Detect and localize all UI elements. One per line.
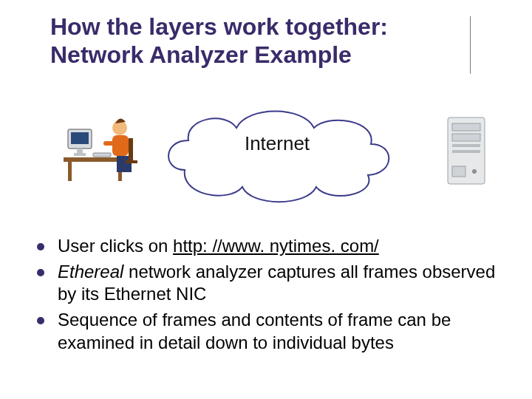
- svg-rect-5: [77, 149, 83, 153]
- svg-rect-17: [452, 134, 480, 141]
- user-at-computer-icon: [59, 107, 140, 188]
- list-item: Sequence of frames and contents of frame…: [33, 309, 505, 354]
- bullet-list: User clicks on http: //www. nytimes. com…: [33, 235, 505, 358]
- svg-rect-1: [68, 162, 72, 181]
- svg-rect-9: [112, 135, 129, 156]
- svg-rect-18: [452, 144, 480, 147]
- title-line-2: Network Analyzer Example: [50, 41, 352, 68]
- bullet-2-text: network analyzer captures all frames obs…: [58, 262, 495, 304]
- list-item: Ethereal network analyzer captures all f…: [33, 261, 505, 306]
- internet-cloud: Internet: [155, 100, 399, 211]
- bullet-3-text: Sequence of frames and contents of frame…: [58, 310, 451, 352]
- svg-rect-4: [71, 132, 89, 144]
- title-line-1: How the layers work together:: [50, 13, 388, 40]
- bullet-2-emphasis: Ethereal: [58, 262, 123, 282]
- url-link[interactable]: http: //www. nytimes. com/: [173, 236, 379, 256]
- page-title: How the layers work together: Network An…: [50, 13, 464, 69]
- svg-rect-10: [103, 141, 117, 146]
- svg-rect-19: [452, 150, 480, 153]
- slide: How the layers work together: Network An…: [0, 0, 532, 399]
- svg-rect-20: [452, 166, 466, 177]
- svg-point-21: [472, 169, 477, 174]
- svg-rect-16: [452, 123, 480, 131]
- network-diagram: Internet: [59, 100, 473, 211]
- svg-rect-14: [126, 160, 137, 163]
- svg-rect-7: [93, 153, 111, 157]
- svg-rect-6: [74, 153, 86, 156]
- svg-rect-11: [117, 156, 124, 172]
- svg-rect-13: [129, 138, 133, 160]
- bullet-1-text: User clicks on: [58, 236, 173, 256]
- server-tower-icon: [445, 115, 488, 187]
- cloud-label: Internet: [155, 132, 399, 155]
- list-item: User clicks on http: //www. nytimes. com…: [33, 235, 505, 258]
- title-divider: [470, 16, 471, 74]
